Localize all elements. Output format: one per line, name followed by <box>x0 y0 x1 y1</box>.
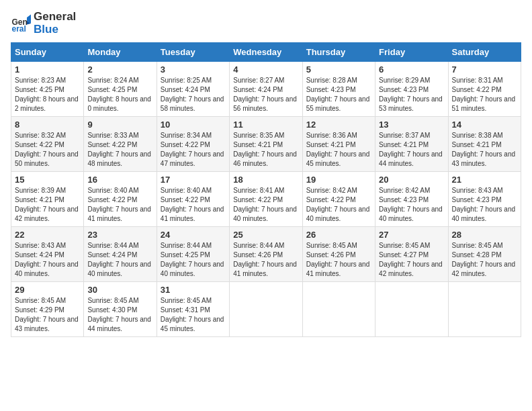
col-header-saturday: Saturday <box>448 43 521 62</box>
table-row: 24Sunrise: 8:44 AMSunset: 4:25 PMDayligh… <box>157 227 229 282</box>
table-row: 1Sunrise: 8:23 AMSunset: 4:25 PMDaylight… <box>11 62 84 117</box>
table-row: 11Sunrise: 8:35 AMSunset: 4:21 PMDayligh… <box>230 117 302 172</box>
table-row <box>375 282 448 337</box>
logo: Gen eral General Blue <box>11 11 76 36</box>
table-row <box>230 282 302 337</box>
table-row: 20Sunrise: 8:42 AMSunset: 4:23 PMDayligh… <box>375 172 448 227</box>
table-row: 8Sunrise: 8:32 AMSunset: 4:22 PMDaylight… <box>11 117 84 172</box>
table-row: 7Sunrise: 8:31 AMSunset: 4:22 PMDaylight… <box>448 62 521 117</box>
page-header: Gen eral General Blue <box>11 11 521 36</box>
table-row: 28Sunrise: 8:45 AMSunset: 4:28 PMDayligh… <box>448 227 521 282</box>
table-row: 14Sunrise: 8:38 AMSunset: 4:21 PMDayligh… <box>448 117 521 172</box>
calendar-table: SundayMondayTuesdayWednesdayThursdayFrid… <box>11 42 521 337</box>
table-row: 13Sunrise: 8:37 AMSunset: 4:21 PMDayligh… <box>375 117 448 172</box>
table-row <box>302 282 375 337</box>
table-row: 26Sunrise: 8:45 AMSunset: 4:26 PMDayligh… <box>302 227 375 282</box>
col-header-friday: Friday <box>375 43 448 62</box>
logo-icon: Gen eral <box>11 13 31 34</box>
table-row: 3Sunrise: 8:25 AMSunset: 4:24 PMDaylight… <box>157 62 229 117</box>
table-row: 15Sunrise: 8:39 AMSunset: 4:21 PMDayligh… <box>11 172 84 227</box>
table-row: 10Sunrise: 8:34 AMSunset: 4:22 PMDayligh… <box>157 117 229 172</box>
table-row: 31Sunrise: 8:45 AMSunset: 4:31 PMDayligh… <box>157 282 229 337</box>
table-row: 19Sunrise: 8:42 AMSunset: 4:22 PMDayligh… <box>302 172 375 227</box>
col-header-wednesday: Wednesday <box>230 43 302 62</box>
table-row: 2Sunrise: 8:24 AMSunset: 4:25 PMDaylight… <box>84 62 157 117</box>
table-row: 27Sunrise: 8:45 AMSunset: 4:27 PMDayligh… <box>375 227 448 282</box>
table-row: 21Sunrise: 8:43 AMSunset: 4:23 PMDayligh… <box>448 172 521 227</box>
table-row: 9Sunrise: 8:33 AMSunset: 4:22 PMDaylight… <box>84 117 157 172</box>
svg-text:eral: eral <box>12 24 26 34</box>
table-row: 4Sunrise: 8:27 AMSunset: 4:24 PMDaylight… <box>230 62 302 117</box>
table-row: 17Sunrise: 8:40 AMSunset: 4:22 PMDayligh… <box>157 172 229 227</box>
col-header-monday: Monday <box>84 43 157 62</box>
table-row <box>448 282 521 337</box>
table-row: 23Sunrise: 8:44 AMSunset: 4:24 PMDayligh… <box>84 227 157 282</box>
table-row: 29Sunrise: 8:45 AMSunset: 4:29 PMDayligh… <box>11 282 84 337</box>
table-row: 12Sunrise: 8:36 AMSunset: 4:21 PMDayligh… <box>302 117 375 172</box>
col-header-tuesday: Tuesday <box>157 43 229 62</box>
table-row: 6Sunrise: 8:29 AMSunset: 4:23 PMDaylight… <box>375 62 448 117</box>
table-row: 5Sunrise: 8:28 AMSunset: 4:23 PMDaylight… <box>302 62 375 117</box>
col-header-thursday: Thursday <box>302 43 375 62</box>
table-row: 16Sunrise: 8:40 AMSunset: 4:22 PMDayligh… <box>84 172 157 227</box>
table-row: 30Sunrise: 8:45 AMSunset: 4:30 PMDayligh… <box>84 282 157 337</box>
table-row: 22Sunrise: 8:43 AMSunset: 4:24 PMDayligh… <box>11 227 84 282</box>
col-header-sunday: Sunday <box>11 43 84 62</box>
table-row: 25Sunrise: 8:44 AMSunset: 4:26 PMDayligh… <box>230 227 302 282</box>
table-row: 18Sunrise: 8:41 AMSunset: 4:22 PMDayligh… <box>230 172 302 227</box>
